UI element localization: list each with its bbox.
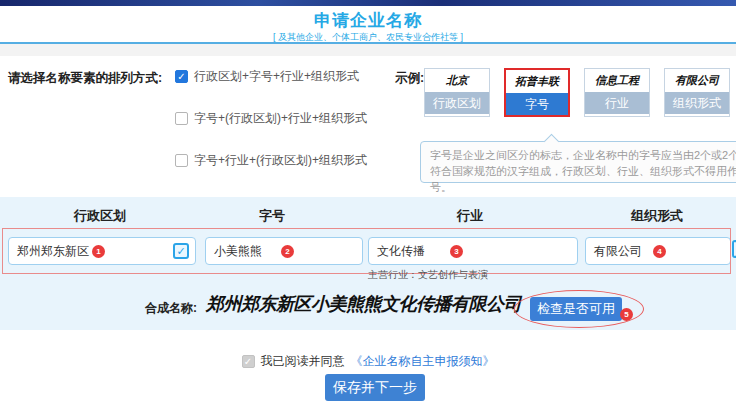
example-box-name: 拓普丰联 — [506, 70, 568, 93]
example-box-name: 有限公司 — [665, 69, 729, 92]
column-header-tradename: 字号 — [212, 207, 332, 225]
notice-link[interactable]: 《企业名称自主申报须知》 — [351, 353, 495, 370]
checkbox-icon[interactable] — [175, 112, 188, 125]
example-box-tradename: 拓普丰联 字号 — [504, 68, 570, 117]
annotation-badge-5: 5 — [620, 308, 633, 321]
orgform-input-value: 有限公司 — [594, 243, 642, 260]
example-box-category: 行业 — [585, 92, 649, 114]
agreement-row: 我已阅读并同意 《企业名称自主申报须知》 — [0, 353, 736, 370]
orgform-picker-icon[interactable] — [732, 240, 736, 258]
tradename-tooltip: 字号是企业之间区分的标志，企业名称中的字号应当由2个或2个以上符合国家规范的汉字… — [420, 141, 736, 183]
column-header-industry: 行业 — [410, 207, 530, 225]
arrangement-option-2[interactable]: 字号+(行政区划)+行业+组织形式 — [175, 110, 367, 127]
region-picker-icon[interactable]: ✓ — [173, 243, 189, 259]
arrangement-label: 请选择名称要素的排列方式: — [8, 70, 162, 87]
checkbox-icon[interactable] — [175, 70, 188, 83]
column-header-region: 行政区划 — [40, 207, 160, 225]
tradename-input-value: 小美熊熊 — [214, 243, 262, 260]
arrangement-option-3[interactable]: 字号+行业+(行政区划)+组织形式 — [175, 152, 367, 169]
annotation-badge-1: 1 — [92, 245, 105, 258]
arrangement-option-label: 行政区划+字号+行业+组织形式 — [194, 68, 359, 85]
column-header-orgform: 组织形式 — [597, 207, 717, 225]
example-box-orgform: 有限公司 组织形式 — [664, 68, 730, 117]
annotation-badge-4: 4 — [653, 245, 666, 258]
example-box-industry: 信息工程 行业 — [584, 68, 650, 117]
arrangement-option-1[interactable]: 行政区划+字号+行业+组织形式 — [175, 68, 359, 85]
example-box-region: 北京 行政区划 — [424, 68, 490, 117]
agreement-text: 我已阅读并同意 — [261, 353, 345, 370]
main-industry-note: 主营行业：文艺创作与表演 — [368, 268, 488, 282]
annotation-badge-3: 3 — [450, 245, 463, 258]
apply-enterprise-name-page: 申请企业名称 [ 及其他企业、个体工商户、农民专业合作社等 ] 请选择名称要素的… — [0, 0, 736, 405]
example-box-category: 字号 — [506, 93, 568, 115]
composite-name-value: 郑州郑东新区小美熊熊文化传播有限公司 — [206, 292, 526, 316]
window-top-bar — [0, 0, 736, 6]
example-label: 示例: — [395, 70, 424, 87]
example-box-category: 组织形式 — [665, 92, 729, 114]
example-box-name: 信息工程 — [585, 69, 649, 92]
checkbox-icon[interactable] — [175, 154, 188, 167]
region-input-value: 郑州郑东新区 — [17, 243, 89, 260]
composite-name-label: 合成名称: — [145, 300, 197, 317]
example-boxes: 北京 行政区划 拓普丰联 字号 信息工程 行业 有限公司 组织形式 — [424, 68, 730, 117]
page-title: 申请企业名称 — [0, 9, 736, 32]
arrangement-option-label: 字号+行业+(行政区划)+组织形式 — [194, 152, 367, 169]
agreement-checkbox[interactable] — [242, 355, 255, 368]
industry-input[interactable]: 文化传播 — [368, 237, 578, 265]
annotation-badge-2: 2 — [281, 245, 294, 258]
arrangement-option-label: 字号+(行政区划)+行业+组织形式 — [194, 110, 367, 127]
header-gray-band — [0, 44, 736, 56]
example-box-name: 北京 — [425, 69, 489, 92]
example-box-category: 行政区划 — [425, 92, 489, 114]
check-availability-button[interactable]: 检查是否可用 — [530, 297, 622, 321]
save-next-button[interactable]: 保存并下一步 — [325, 374, 425, 401]
industry-input-value: 文化传播 — [377, 243, 425, 260]
